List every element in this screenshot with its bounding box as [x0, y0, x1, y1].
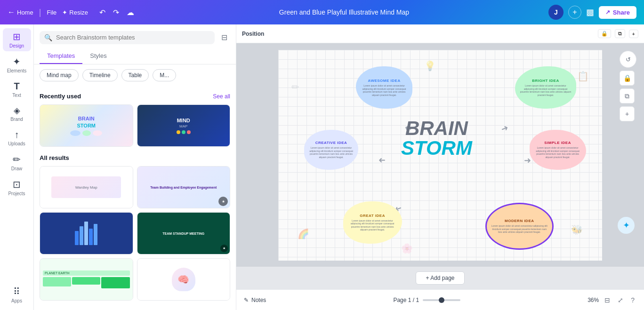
filter-chips: Mind map Timeline Table M...	[34, 64, 236, 86]
redo-button[interactable]: ↷	[111, 6, 121, 19]
add-element-button[interactable]: +	[629, 30, 638, 38]
add-page-bar: + Add page	[236, 267, 644, 289]
analytics-button[interactable]: ▩	[586, 7, 594, 17]
panel-content: Recently used See all BRAIN STORM	[34, 86, 236, 310]
grid-view-button[interactable]: ⊟	[603, 294, 612, 306]
refresh-button[interactable]: ↺	[620, 51, 636, 68]
share-button[interactable]: ↗ Share	[599, 6, 636, 19]
canvas-main: ✏ 📋 🌈 🐝 💡 🌸 ➜ ➜ ➜ ➜ ➜ ➜ BRAIN	[236, 43, 644, 267]
canvas-frame[interactable]: ✏ 📋 🌈 🐝 💡 🌸 ➜ ➜ ➜ ➜ ➜ ➜ BRAIN	[278, 49, 603, 261]
all-results-title: All results	[40, 154, 69, 161]
deco-lightbulb: 💡	[424, 60, 436, 72]
topbar: ← Home | File ✦ Resize ↶ ↷ ☁ Green and B…	[0, 0, 644, 24]
all-results-grid: Wardley Map Team Building and Employee E…	[40, 166, 230, 301]
notes-icon: ✎	[244, 297, 249, 303]
ai-assistant-button[interactable]: ✦	[618, 217, 635, 234]
bubble-awesome[interactable]: AWESOME IDEA Lorem ipsum dolor sit amet …	[356, 66, 412, 109]
template-card-wardley[interactable]: Wardley Map	[40, 166, 133, 208]
design-icon: ⊞	[13, 31, 21, 42]
bubble-great[interactable]: GREAT IDEA Lorem ipsum dolor sit amet co…	[343, 201, 402, 244]
canvas-area: Position 🔒 ⧉ + ✏ 📋 🌈 🐝 💡 🌸 ➜ ➜	[236, 24, 644, 310]
template-card-standup[interactable]: TEAM STANDUP MEETING ★	[137, 212, 231, 254]
home-button[interactable]: ← Home	[8, 8, 33, 16]
recently-used-grid: BRAIN STORM MIND	[40, 104, 230, 147]
canvas-toolbar: Position 🔒 ⧉ +	[236, 24, 644, 43]
all-results-header: All results	[40, 154, 230, 161]
undo-button[interactable]: ↶	[97, 6, 107, 19]
sidebar-item-draw[interactable]: ✏ Draw	[3, 151, 31, 174]
deco-bee: 🐝	[571, 224, 583, 235]
deco-rainbow: 🌈	[298, 228, 309, 239]
chip-timeline[interactable]: Timeline	[82, 69, 118, 81]
tab-styles[interactable]: Styles	[82, 48, 114, 64]
filter-button[interactable]: ⊟	[218, 30, 230, 45]
bubble-modern[interactable]: MODERN IDEA Lorem ipsum dolor sit amet c…	[485, 203, 554, 250]
bubble-creative[interactable]: CREATIVE IDEA Lorem ipsum dolor sit amet…	[304, 130, 358, 170]
search-input-wrap: 🔍	[40, 31, 215, 44]
sidebar-item-elements[interactable]: ✦ Elements	[3, 53, 31, 76]
layers-button[interactable]: ⧉	[615, 29, 625, 38]
fit-screen-button[interactable]: ⤢	[616, 294, 625, 306]
template-card-blue-chart[interactable]	[40, 212, 133, 254]
elements-icon: ✦	[13, 56, 21, 67]
sidebar-item-apps[interactable]: ⠿ Apps	[3, 283, 31, 306]
projects-icon: ⊡	[13, 179, 21, 190]
bubble-bright[interactable]: BRIGHT IDEA Lorem ipsum dolor sit amet c…	[515, 66, 576, 109]
apps-icon: ⠿	[13, 286, 20, 297]
sidebar-item-projects[interactable]: ⊡ Projects	[3, 176, 31, 199]
sidebar-item-uploads[interactable]: ↑ Uploads	[3, 127, 31, 149]
mindmap-main-title: BRAIN STORM	[401, 119, 472, 158]
document-title: Green and Blue Playful Illustrative Mind…	[145, 8, 543, 16]
page-slider[interactable]	[423, 299, 460, 301]
uploads-icon: ↑	[15, 129, 19, 140]
draw-icon: ✏	[13, 154, 21, 165]
template-card-mindmap[interactable]: MIND MAP	[137, 104, 231, 147]
left-sidebar: ⊞ Design ✦ Elements T Text ◈ Brand ↑ Upl…	[0, 24, 34, 310]
template-card-team-building[interactable]: Team Building and Employee Engagement ★	[137, 166, 231, 208]
sidebar-item-brand[interactable]: ◈ Brand	[3, 103, 31, 125]
see-all-link[interactable]: See all	[213, 93, 230, 100]
template-card-infographic[interactable]: PLANET EARTH	[40, 258, 133, 301]
lock-tool-button[interactable]: 🔒	[620, 71, 635, 86]
page-info: Page 1 / 1	[272, 297, 582, 303]
add-page-button[interactable]: + Add page	[416, 271, 464, 285]
mindmap-canvas: ✏ 📋 🌈 🐝 💡 🌸 ➜ ➜ ➜ ➜ ➜ ➜ BRAIN	[278, 50, 602, 261]
template-card-brain[interactable]: 🧠	[137, 258, 231, 301]
search-input[interactable]	[56, 34, 210, 41]
lock-button[interactable]: 🔒	[598, 29, 611, 38]
text-icon: T	[14, 81, 19, 92]
bottom-bar: ✎ Notes Page 1 / 1 36% ⊟ ⤢ ?	[236, 289, 644, 310]
resize-button[interactable]: ✦ Resize	[62, 9, 88, 16]
tab-templates[interactable]: Templates	[40, 48, 82, 64]
notes-button[interactable]: ✎ Notes	[244, 297, 266, 303]
arrow-6: ➜	[524, 155, 531, 166]
recently-used-title: Recently used	[40, 93, 81, 100]
help-button[interactable]: ?	[629, 294, 636, 306]
page-counter: Page 1 / 1	[393, 297, 419, 303]
tabs-row: Templates Styles	[34, 48, 236, 64]
search-bar: 🔍 ⊟	[34, 24, 236, 48]
add-collaborator-button[interactable]: +	[568, 6, 581, 19]
zoom-level: 36%	[588, 297, 599, 303]
file-button[interactable]: File	[47, 9, 56, 16]
arrow-2: ➜	[499, 122, 510, 135]
user-avatar[interactable]: J	[548, 5, 564, 20]
sidebar-item-text[interactable]: T Text	[3, 78, 31, 101]
layers-tool-button[interactable]: ⧉	[620, 88, 635, 103]
sidebar-item-design[interactable]: ⊞ Design	[3, 28, 31, 51]
main-content: ⊞ Design ✦ Elements T Text ◈ Brand ↑ Upl…	[0, 24, 644, 310]
canvas-right-tools: ↺ 🔒 ⧉ +	[620, 51, 636, 121]
deco-pencil: ✏	[291, 81, 299, 93]
chip-mindmap[interactable]: Mind map	[40, 69, 79, 81]
chip-table[interactable]: Table	[121, 69, 149, 81]
recently-used-header: Recently used See all	[40, 93, 230, 100]
search-icon: 🔍	[44, 34, 52, 41]
cloud-save-button[interactable]: ☁	[125, 6, 136, 19]
chip-more[interactable]: M...	[153, 69, 176, 81]
add-tool-button[interactable]: +	[620, 106, 635, 121]
brand-icon: ◈	[14, 105, 20, 116]
deco-flower: 🌸	[401, 243, 413, 254]
deco-note: 📋	[577, 71, 589, 82]
template-card-brainstorm[interactable]: BRAIN STORM	[40, 104, 133, 147]
bubble-simple[interactable]: SIMPLE IDEA Lorem ipsum dolor sit amet c…	[530, 130, 586, 170]
